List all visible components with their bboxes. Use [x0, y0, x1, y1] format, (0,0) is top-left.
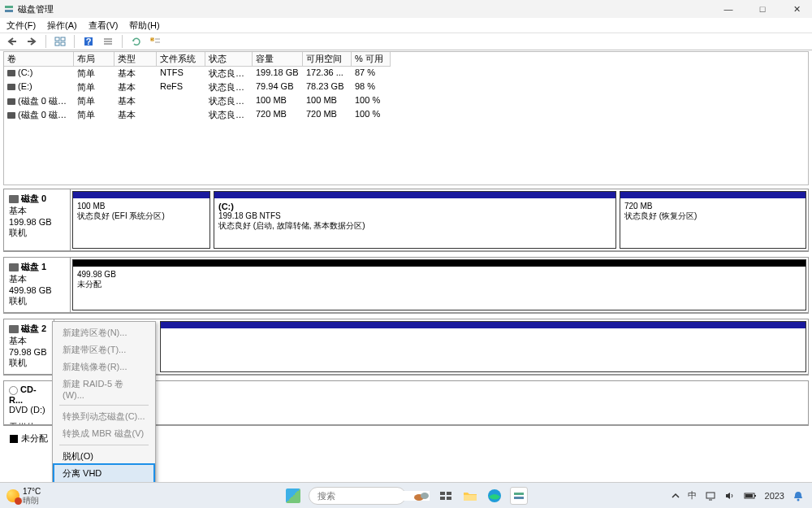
separator	[45, 35, 46, 48]
taskbar-edge[interactable]	[486, 487, 503, 505]
minimize-button[interactable]: —	[723, 4, 734, 15]
svg-rect-28	[706, 493, 715, 498]
disk-info[interactable]: 磁盘 2 基本 79.98 GB 联机	[4, 319, 54, 374]
vol-fs: ReFS	[157, 80, 205, 94]
tray-network-icon[interactable]	[705, 491, 716, 501]
svg-rect-1	[5, 10, 13, 12]
disk-row-1: 磁盘 1 基本 499.98 GB 联机 499.98 GB 未分配	[3, 257, 809, 314]
disk-info[interactable]: 磁盘 1 基本 499.98 GB 联机	[4, 258, 71, 312]
list-row[interactable]: (C:) 简单 基本 NTFS 状态良好 (... 199.18 GB 172.…	[4, 67, 808, 80]
vol-layout: 简单	[74, 94, 114, 108]
partition-unallocated[interactable]: 499.98 GB 未分配	[72, 259, 806, 310]
list-check-icon[interactable]	[149, 34, 163, 49]
svg-rect-6	[55, 42, 59, 46]
menu-action[interactable]: 操作(A)	[47, 20, 77, 32]
vol-fs	[157, 94, 205, 108]
disk-type: 基本	[9, 335, 49, 347]
part-size: 720 MB	[624, 202, 801, 211]
disk-info[interactable]: CD-R... DVD (D:) 无媒体	[4, 381, 54, 424]
tray-battery-icon[interactable]	[744, 492, 757, 500]
disk-icon	[9, 325, 19, 333]
menu-offline[interactable]: 脱机(O)	[54, 448, 153, 465]
svg-rect-22	[440, 497, 445, 500]
view-grid-icon[interactable]	[53, 34, 67, 49]
taskbar-explorer[interactable]	[461, 487, 479, 505]
svg-rect-21	[447, 492, 451, 495]
vol-status: 状态良好 (...	[205, 108, 253, 122]
vol-pct: 87 %	[352, 67, 391, 80]
part-label: (C:)	[218, 202, 611, 211]
vol-status: 状态良好 (...	[205, 94, 253, 108]
menu-detach-vhd[interactable]: 分离 VHD	[54, 465, 153, 482]
tray-chevron-up-icon[interactable]	[672, 493, 680, 499]
disk-state: 联机	[9, 295, 65, 307]
maximize-button[interactable]: □	[757, 4, 768, 15]
back-icon[interactable]	[5, 34, 19, 49]
search-box[interactable]	[309, 487, 406, 505]
help-icon[interactable]: ?	[81, 34, 96, 49]
disk-name: 磁盘 0	[21, 193, 46, 203]
taskbar-taskview[interactable]	[437, 487, 455, 505]
col-capacity[interactable]: 容量	[253, 52, 303, 67]
vol-name: (磁盘 0 磁盘分区 4)	[18, 110, 74, 119]
menu-new-spanned: 新建跨区卷(N)...	[54, 324, 153, 341]
tray-year[interactable]: 2023	[765, 491, 784, 501]
vol-cap: 199.18 GB	[253, 67, 303, 80]
partition[interactable]: 100 MB 状态良好 (EFI 系统分区)	[72, 191, 210, 249]
col-pct[interactable]: % 可用	[352, 52, 391, 67]
vol-pct: 100 %	[352, 94, 391, 108]
tray-volume-icon[interactable]	[724, 491, 736, 501]
list-row[interactable]: (E:) 简单 基本 ReFS 状态良好 (... 79.94 GB 78.23…	[4, 80, 808, 94]
settings-list-icon[interactable]	[101, 34, 115, 49]
svg-rect-26	[514, 493, 524, 495]
volume-list: 卷 布局 类型 文件系统 状态 容量 可用空间 % 可用 (C:) 简单 基本 …	[3, 51, 809, 185]
svg-rect-32	[745, 494, 753, 497]
cd-icon	[9, 386, 18, 395]
disk-icon	[7, 98, 15, 105]
menu-file[interactable]: 文件(F)	[6, 20, 36, 32]
list-row[interactable]: (磁盘 0 磁盘分区 4) 简单 基本 状态良好 (... 720 MB 720…	[4, 108, 808, 122]
svg-rect-0	[5, 6, 13, 8]
tray-notifications-icon[interactable]	[793, 490, 804, 501]
menu-view[interactable]: 查看(V)	[89, 20, 119, 32]
partition[interactable]	[160, 321, 806, 372]
part-size: 199.18 GB NTFS	[218, 211, 611, 220]
forward-icon[interactable]	[24, 34, 39, 49]
svg-rect-4	[55, 37, 59, 41]
taskbar: 17°C 晴朗 中 2023	[0, 482, 812, 508]
disk-icon	[7, 70, 15, 76]
svg-point-19	[421, 493, 429, 499]
start-button[interactable]	[284, 487, 302, 505]
partition[interactable]: 720 MB 状态良好 (恢复分区)	[620, 191, 806, 249]
close-button[interactable]: ✕	[791, 4, 802, 15]
vol-layout: 简单	[74, 108, 114, 122]
menu-divider	[59, 405, 149, 406]
vol-status: 状态良好 (...	[205, 80, 253, 94]
menu-new-striped: 新建带区卷(T)...	[54, 341, 153, 358]
weather-widget[interactable]: 17°C 晴朗	[0, 487, 41, 505]
col-status[interactable]: 状态	[205, 52, 253, 67]
vol-layout: 简单	[74, 67, 114, 80]
partition[interactable]: (C:) 199.18 GB NTFS 状态良好 (启动, 故障转储, 基本数据…	[214, 191, 616, 249]
disk-info[interactable]: 磁盘 0 基本 199.98 GB 联机	[4, 189, 71, 250]
weather-cond: 晴朗	[23, 496, 41, 505]
taskbar-app-1[interactable]	[412, 487, 430, 505]
col-type[interactable]: 类型	[114, 52, 157, 67]
col-volume[interactable]: 卷	[4, 52, 74, 67]
vol-type: 基本	[114, 67, 157, 80]
context-menu: 新建跨区卷(N)... 新建带区卷(T)... 新建镜像卷(R)... 新建 R…	[52, 321, 156, 508]
refresh-icon[interactable]	[129, 34, 144, 49]
col-layout[interactable]: 布局	[74, 52, 114, 67]
taskbar-diskmgmt[interactable]	[510, 487, 528, 505]
list-row[interactable]: (磁盘 0 磁盘分区 1) 简单 基本 状态良好 (... 100 MB 100…	[4, 94, 808, 108]
separator	[74, 35, 75, 48]
list-header: 卷 布局 类型 文件系统 状态 容量 可用空间 % 可用	[4, 52, 808, 67]
disk-size: 499.98 GB	[9, 285, 65, 295]
menu-help[interactable]: 帮助(H)	[129, 20, 159, 32]
disk-icon	[7, 84, 15, 90]
tray-ime[interactable]: 中	[688, 489, 697, 501]
col-fs[interactable]: 文件系统	[157, 52, 205, 67]
system-tray: 中 2023	[672, 489, 812, 501]
vol-free: 100 MB	[303, 94, 352, 108]
col-free[interactable]: 可用空间	[303, 52, 352, 67]
